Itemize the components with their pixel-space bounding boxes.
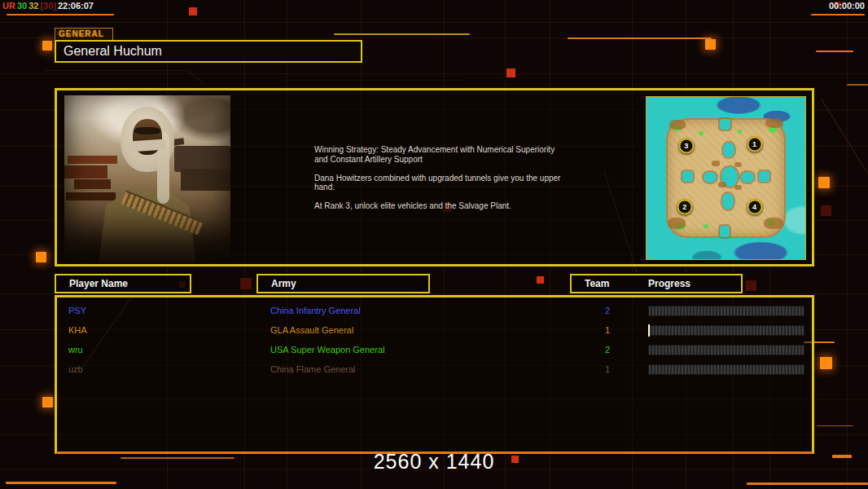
player-team: 2 — [599, 340, 616, 359]
player-list-panel: PSYChina Infantry General2KHAGLA Assault… — [55, 295, 814, 454]
perf-fps: 30 — [17, 1, 27, 11]
player-progress-bar — [649, 306, 804, 315]
player-team: 1 — [599, 320, 616, 340]
header-team-progress: Team Progress — [570, 274, 743, 293]
header-army: Army — [256, 274, 430, 293]
player-progress-bar — [649, 326, 804, 335]
player-team: 1 — [599, 359, 616, 379]
perf-time: 22:06:07 — [58, 1, 94, 11]
player-army: USA Super Weapon General — [270, 340, 384, 359]
table-row: KHAGLA Assault General1 — [57, 320, 812, 340]
progress-cursor — [648, 324, 650, 337]
general-name-box: General Huchum — [55, 40, 362, 63]
player-progress-bar — [649, 346, 804, 355]
table-row: uzbChina Flame General1 — [57, 359, 812, 379]
table-row: wruUSA Super Weapon General2 — [57, 340, 812, 359]
map-marker-4: 4 — [747, 200, 762, 215]
header-progress: Progress — [648, 275, 690, 292]
performance-readout: UR3032[30]22:06:07 — [2, 1, 95, 11]
player-name: KHA — [68, 320, 87, 340]
map-marker-1: 1 — [747, 136, 762, 152]
player-progress-bar — [649, 365, 804, 374]
map-preview: 3124 — [646, 96, 806, 260]
table-row: PSYChina Infantry General2 — [57, 301, 812, 320]
tab-general[interactable]: GENERAL — [55, 28, 113, 41]
strategy-briefing: Winning Strategy: Steady Advancement wit… — [314, 145, 583, 211]
general-portrait — [64, 95, 230, 262]
map-marker-3: 3 — [678, 138, 694, 153]
header-player-name: Player Name — [55, 274, 191, 293]
player-name: uzb — [68, 359, 83, 379]
player-name: wru — [68, 340, 83, 359]
resolution-label: 2560 x 1440 — [0, 450, 868, 474]
game-timer: 00:00:00 — [829, 1, 865, 11]
player-name: PSY — [68, 301, 86, 320]
perf-bracket: [30] — [40, 1, 56, 11]
player-team: 2 — [599, 301, 616, 320]
player-army: China Flame General — [270, 359, 356, 379]
player-army: GLA Assault General — [270, 320, 353, 340]
perf-value: 32 — [28, 1, 38, 11]
player-army: China Infantry General — [270, 301, 361, 320]
header-team: Team — [585, 275, 609, 292]
perf-label: UR — [2, 1, 15, 11]
map-marker-2: 2 — [677, 200, 692, 215]
